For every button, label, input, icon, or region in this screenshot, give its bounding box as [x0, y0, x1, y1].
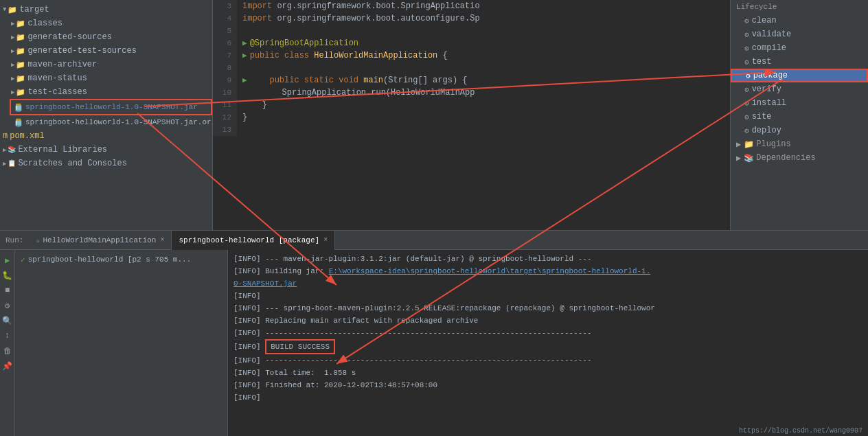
tree-item-jar[interactable]: 🫙 springboot-helloworld-1.0-SNAPSHOT.jar: [11, 100, 211, 114]
run-debug-icon[interactable]: 🐛: [1, 269, 14, 282]
plugins-folder-icon: 📁: [744, 139, 754, 150]
gear-icon-test: ⚙: [744, 58, 749, 67]
output-line-9: [INFO] ---------------------------------…: [233, 354, 863, 367]
code-line-6: 6 ▶ @SpringBootApplication: [213, 37, 730, 49]
line-num-5: 5: [213, 25, 237, 37]
tree-label-target: target: [19, 5, 49, 14]
code-line-11: 11 }: [213, 99, 730, 111]
tree-item-ext-libs[interactable]: ▶ 📚 External Libraries: [0, 143, 212, 157]
maven-item-validate[interactable]: ⚙ validate: [731, 27, 868, 41]
folder-icon-classes: 📁: [16, 19, 25, 28]
scratches-icon: 📋: [8, 159, 16, 168]
tree-item-scratches[interactable]: ▶ 📋 Scratches and Consoles: [0, 157, 212, 170]
expand-arrow-gen-test: ▶: [11, 47, 14, 55]
gear-icon-package: ⚙: [746, 71, 751, 80]
output-line-11: [INFO] Finished at: 2020-12-02T13:48:57+…: [233, 379, 863, 391]
maven-group-deps[interactable]: ▶ 📚 Dependencies: [731, 151, 868, 165]
folder-icon-maven-status: 📁: [16, 74, 25, 83]
maven-item-site[interactable]: ⚙ site: [731, 110, 868, 124]
watermark-text: https://blog.csdn.net/wang0907: [739, 427, 863, 435]
tree-item-pom[interactable]: m pom.xml: [0, 129, 212, 143]
maven-item-compile[interactable]: ⚙ compile: [731, 41, 868, 55]
line-content-9: ▶ public static void main(String[] args)…: [237, 74, 468, 87]
maven-label-test: test: [752, 57, 772, 67]
deps-folder-icon: 📚: [744, 153, 754, 163]
run-settings-icon[interactable]: ⚙: [1, 299, 14, 312]
jar-link-2[interactable]: 0-SNAPSHOT.jar: [233, 279, 297, 288]
tree-label-ext-libs: External Libraries: [18, 145, 107, 154]
tree-label-jar: springboot-helloworld-1.0-SNAPSHOT.jar: [25, 103, 198, 111]
tree-item-target[interactable]: ▼ 📁 target: [0, 3, 212, 16]
maven-group-plugins[interactable]: ▶ 📁 Plugins: [731, 137, 868, 151]
gear-icon-site: ⚙: [744, 113, 749, 122]
code-line-5: 5: [213, 25, 730, 37]
jar-original-icon: 🫙: [14, 118, 23, 127]
output-line-12: [INFO]: [233, 391, 863, 404]
expand-arrow-classes: ▶: [11, 20, 14, 27]
output-line-2: [INFO] Building jar: E:\workspace-idea\s…: [233, 265, 863, 277]
tree-item-maven-archiver[interactable]: ▶ 📁 maven-archiver: [0, 58, 212, 71]
tree-item-maven-status[interactable]: ▶ 📁 maven-status: [0, 71, 212, 85]
output-line-8: [INFO] BUILD SUCCESS: [233, 339, 863, 354]
output-line-4: [INFO]: [233, 290, 863, 302]
tab-close-helloworld[interactable]: ×: [160, 236, 164, 244]
tree-item-jar-original[interactable]: 🫙 springboot-helloworld-1.0-SNAPSHOT.jar…: [0, 115, 212, 129]
run-scroll-icon[interactable]: ↕: [1, 330, 14, 342]
maven-label-deps: Dependencies: [756, 153, 815, 163]
bottom-panel: Run: ☕ HelloWorldMainApplication × sprin…: [0, 230, 868, 436]
maven-item-install[interactable]: ⚙ install: [731, 96, 868, 110]
run-icon-6[interactable]: ▶: [242, 37, 247, 49]
run-clear-icon[interactable]: 🗑: [1, 345, 14, 357]
maven-item-test[interactable]: ⚙ test: [731, 55, 868, 69]
maven-item-clean[interactable]: ⚙ clean: [731, 14, 868, 27]
tree-item-test-classes[interactable]: ▶ 📁 test-classes: [0, 85, 212, 99]
expand-arrow-maven-archiver: ▶: [11, 61, 14, 69]
tab-springboot-package[interactable]: springboot-helloworld [package] ×: [172, 231, 335, 250]
expand-arrow-ext-libs: ▶: [3, 146, 6, 154]
gear-icon-validate: ⚙: [744, 30, 749, 39]
maven-item-deploy[interactable]: ⚙ deploy: [731, 124, 868, 137]
gear-icon-install: ⚙: [744, 99, 749, 108]
code-line-9: 9 ▶ public static void main(String[] arg…: [213, 74, 730, 87]
tree-label-classes: classes: [27, 19, 62, 28]
success-check-icon: ✓: [21, 255, 25, 264]
run-icon-7[interactable]: ▶: [242, 49, 247, 62]
folder-icon-maven-archiver: 📁: [16, 60, 25, 69]
maven-label-install: install: [752, 98, 786, 108]
run-stop-icon[interactable]: ■: [1, 284, 14, 297]
maven-item-verify[interactable]: ⚙ verify: [731, 82, 868, 96]
tree-item-gen-sources[interactable]: ▶ 📁 generated-sources: [0, 30, 212, 44]
output-line-7: [INFO] ---------------------------------…: [233, 327, 863, 339]
maven-sidebar: Lifecycle ⚙ clean ⚙ validate ⚙ compile ⚙…: [731, 0, 868, 230]
gear-icon-verify: ⚙: [744, 85, 749, 94]
code-editor: 3 import org.springframework.boot.Spring…: [213, 0, 731, 230]
folder-icon-test-classes: 📁: [16, 88, 25, 97]
maven-label-compile: compile: [752, 43, 786, 53]
maven-label-verify: verify: [752, 84, 781, 94]
run-search-icon[interactable]: 🔍: [1, 314, 14, 327]
code-line-12: 12 }: [213, 111, 730, 124]
line-num-9: 9: [213, 74, 237, 87]
maven-item-package[interactable]: ⚙ package: [731, 69, 868, 82]
tree-item-classes[interactable]: ▶ 📁 classes: [0, 16, 212, 30]
tab-helloworld-app[interactable]: ☕ HelloWorldMainApplication ×: [29, 231, 172, 250]
run-play-icon[interactable]: ▶: [1, 254, 14, 266]
run-icon-9[interactable]: ▶: [242, 74, 247, 87]
run-build-item[interactable]: ✓ springboot-helloworld [p2 s 705 m...: [21, 253, 222, 266]
line-num-7: 7: [213, 49, 237, 62]
expand-arrow-gen-sources: ▶: [11, 34, 14, 41]
tree-label-scratches: Scratches and Consoles: [18, 159, 126, 168]
line-content-5: [237, 25, 242, 37]
output-line-3: 0-SNAPSHOT.jar: [233, 277, 863, 290]
code-line-3: 3 import org.springframework.boot.Spring…: [213, 0, 730, 12]
tree-label-maven-status: maven-status: [27, 73, 87, 83]
tree-label-gen-sources: generated-sources: [27, 32, 111, 42]
tree-item-gen-test[interactable]: ▶ 📁 generated-test-sources: [0, 44, 212, 58]
expand-arrow-deps: ▶: [736, 153, 741, 163]
annotation-springboot: @SpringBootApplication: [250, 37, 358, 49]
output-line-10: [INFO] Total time: 1.858 s: [233, 367, 863, 379]
jar-link[interactable]: E:\workspace-idea\springboot-helloworld\…: [329, 267, 651, 275]
code-line-8: 8: [213, 62, 730, 74]
run-pin-icon[interactable]: 📌: [1, 360, 14, 372]
tab-close-package[interactable]: ×: [323, 236, 328, 244]
